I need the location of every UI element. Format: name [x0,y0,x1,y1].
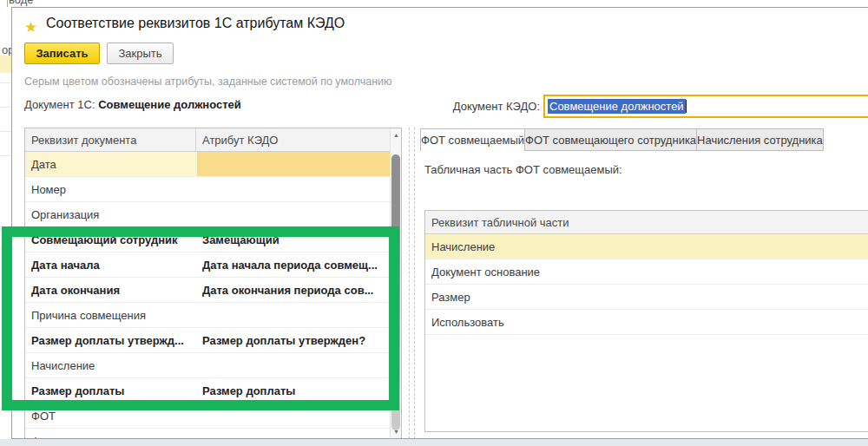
text-caret [686,100,687,113]
background-text-fragment: ор [2,43,11,56]
background-row-line [0,107,11,108]
table-header-row: Реквизит документа Атрибут КЭДО [25,128,401,152]
kedo-attribute-cell[interactable] [197,202,401,226]
requisite-name-cell[interactable]: Номер [25,177,197,201]
selected-text: Совмещение должностей [548,99,686,114]
kedo-attribute-cell[interactable] [197,353,401,377]
table-row[interactable]: Дата начала Дата начала периода совмещ..… [25,253,401,278]
requisite-name-cell[interactable]: Совмещающий сотрудник [25,227,197,252]
tab-bar: ФОТ совмещаемый ФОТ совмещающего сотрудн… [421,128,824,151]
table-row[interactable]: Организация [25,202,401,227]
kedo-attribute-cell[interactable]: Размер доплаты [197,378,401,403]
close-button[interactable]: Закрыть [107,43,174,64]
requisite-name-cell[interactable]: Дата [25,152,197,176]
background-row-line [0,131,11,132]
tabular-section-caption: Табличная часть ФОТ совмещаемый: [424,163,622,176]
tab[interactable]: Начисления сотрудника [696,128,824,151]
save-button[interactable]: Записать [24,43,100,64]
table-row[interactable]: Размер доплаты Размер доплаты [25,378,401,403]
table-body: Начисление Документ основание Размер Исп… [425,234,868,335]
requisite-name-cell[interactable]: Начисление [25,353,197,377]
mapping-dialog: ★ Соответствие реквизитов 1С атрибутам К… [11,7,868,439]
kedo-attribute-cell[interactable] [197,403,401,428]
requisite-name-cell[interactable]: Размер доплаты [25,378,197,403]
table-row[interactable]: Начисление [425,234,868,259]
requisite-name-cell[interactable]: Размер доплаты утвержд... [25,328,197,352]
requisite-name-cell[interactable]: Фиксирован расчет [25,429,197,439]
scrollbar-thumb[interactable] [391,154,400,430]
background-highlight-row [0,56,11,73]
background-window-top: воде [0,0,868,7]
tab[interactable]: ФОТ совмещаемый [420,128,525,151]
table-row[interactable]: Размер доплаты утвержд... Размер доплаты… [25,328,401,353]
background-row-line [0,155,11,156]
table-row[interactable]: Дата окончания Дата окончания периода со… [25,278,401,303]
panel-splitter[interactable] [409,128,415,439]
requisite-name-cell[interactable]: Организация [25,202,197,226]
kedo-attribute-cell[interactable]: Замещающий [197,227,401,252]
requisites-mapping-table: Реквизит документа Атрибут КЭДО Дата Ном… [24,128,402,439]
tabular-section-table: Реквизит табличной части Начисление Доку… [424,210,868,432]
screen: воде ор ★ Соответствие реквизитов 1С атр… [0,0,868,446]
doc-kedo-label: Документ КЭДО: [429,100,540,113]
table-row[interactable]: Документ основание [425,259,868,285]
header-requisite: Реквизит документа [25,128,196,151]
doc-kedo-input[interactable]: Совмещение должностей [543,95,868,118]
kedo-attribute-cell[interactable]: Размер доплаты утвержден? [197,328,401,352]
default-attributes-hint: Серым цветом обозначены атрибуты, заданн… [24,75,391,88]
background-window-left: ор [0,7,11,439]
background-window-bottom [0,439,868,446]
table-row[interactable]: Причина совмещения [25,303,401,328]
table-row[interactable]: Дата [25,152,401,177]
table-row[interactable]: Номер [25,177,401,202]
vertical-scrollbar[interactable]: ▲ ▼ [390,128,401,438]
kedo-attribute-cell[interactable] [197,152,401,176]
table-row[interactable]: ФОТ [25,403,401,429]
table-row[interactable]: Использовать [425,310,868,335]
table-header-row: Реквизит табличной части [425,211,868,234]
background-text-fragment: воде [9,0,34,6]
requisite-name-cell[interactable]: Дата окончания [25,278,197,302]
background-row-line [0,82,11,83]
kedo-attribute-cell[interactable] [197,177,401,201]
doc-1c-value: Совмещение должностей [98,98,241,111]
table-body: Дата Номер Организация Совмещающ [25,152,401,439]
table-row[interactable]: Размер [425,285,868,310]
kedo-attribute-cell[interactable] [197,303,401,327]
kedo-attribute-cell[interactable]: Дата окончания периода сов... [197,278,401,302]
scroll-up-icon[interactable]: ▲ [391,129,402,141]
requisite-name-cell[interactable]: ФОТ [25,403,197,428]
kedo-attribute-cell[interactable] [197,429,401,439]
doc-1c-label: Документ 1С: [24,98,95,111]
kedo-attribute-cell[interactable]: Дата начала периода совмещ... [197,253,401,277]
doc-1c-label-row: Документ 1С: Совмещение должностей [24,98,241,111]
header-kedo-attribute: Атрибут КЭДО [196,128,401,151]
requisite-name-cell[interactable]: Дата начала [25,253,197,277]
requisite-name-cell[interactable]: Причина совмещения [25,303,197,327]
scroll-down-icon[interactable]: ▼ [391,426,402,437]
tab[interactable]: ФОТ совмещающего сотрудника [524,128,697,151]
favorite-star-icon[interactable]: ★ [24,18,37,36]
background-divider [7,0,8,7]
table-row[interactable]: Начисление [25,353,401,378]
table-row[interactable]: Совмещающий сотрудник Замещающий [25,227,401,253]
page-title: Соответствие реквизитов 1С атрибутам КЭД… [46,16,345,31]
table-row[interactable]: Фиксирован расчет [25,429,401,439]
